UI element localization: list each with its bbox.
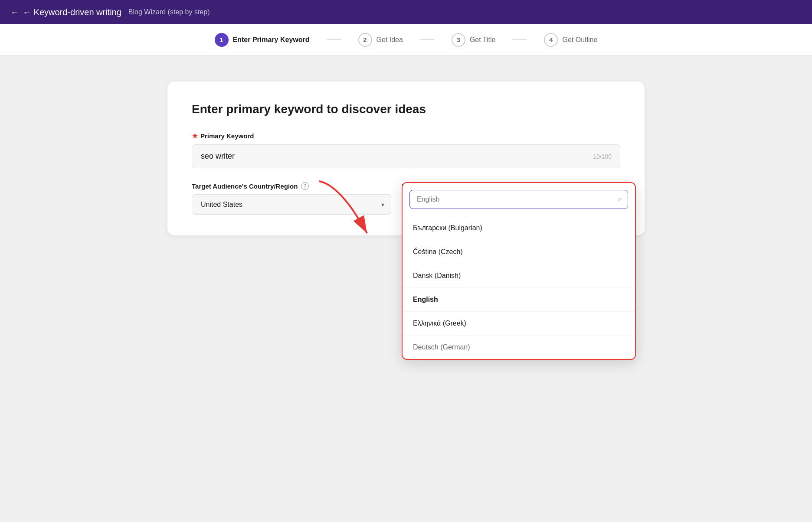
wizard-subtitle: Blog Wizard (step by step) <box>128 8 210 16</box>
language-item-greek[interactable]: Ελληνικά (Greek) <box>403 312 635 336</box>
step-4-label: Get Outline <box>562 36 597 44</box>
country-section: Target Audience's Country/Region ? Unite… <box>192 182 391 215</box>
top-bar: ← ← Keyword-driven writing Blog Wizard (… <box>0 0 812 24</box>
steps-bar: 1 Enter Primary Keyword 2 Get Idea 3 Get… <box>0 24 812 55</box>
search-icon: ⌕ <box>618 195 622 203</box>
step-2-num: 2 <box>358 33 372 47</box>
back-arrow-icon: ← <box>10 7 19 17</box>
main-content: Enter primary keyword to discover ideas … <box>0 55 812 261</box>
language-item-czech[interactable]: Čeština (Czech) <box>403 240 635 264</box>
required-star: ★ <box>192 132 198 140</box>
country-label: Target Audience's Country/Region ? <box>192 182 391 190</box>
back-button[interactable]: ← ← Keyword-driven writing <box>10 7 121 17</box>
step-2[interactable]: 2 Get Idea <box>358 33 403 47</box>
language-item-german[interactable]: Deutsch (German) <box>403 336 635 359</box>
step-1-num: 1 <box>215 33 229 47</box>
language-item-danish[interactable]: Dansk (Danish) <box>403 264 635 288</box>
step-4-num: 4 <box>544 33 558 47</box>
card-title: Enter primary keyword to discover ideas <box>192 102 620 116</box>
keyword-count: 10/100 <box>593 153 612 160</box>
language-search-wrapper: ⌕ <box>403 183 635 216</box>
language-list: Български (Bulgarian) Čeština (Czech) Da… <box>403 216 635 359</box>
step-1[interactable]: 1 Enter Primary Keyword <box>215 33 310 47</box>
app-title: ← Keyword-driven writing <box>23 7 121 17</box>
step-divider-3 <box>513 39 527 40</box>
step-3-num: 3 <box>452 33 465 47</box>
step-2-label: Get Idea <box>377 36 403 44</box>
language-section: Language ? ⌕ Български (Bulgarian) Češti… <box>402 182 620 194</box>
step-divider-2 <box>420 39 434 40</box>
language-dropdown[interactable]: ⌕ Български (Bulgarian) Čeština (Czech) … <box>402 182 636 360</box>
language-search-input[interactable] <box>409 190 628 209</box>
step-4[interactable]: 4 Get Outline <box>544 33 597 47</box>
step-1-label: Enter Primary Keyword <box>233 36 310 44</box>
primary-keyword-label: ★ Primary Keyword <box>192 132 620 140</box>
language-item-english[interactable]: English <box>403 288 635 312</box>
country-select-wrapper: United States ▾ <box>192 194 391 215</box>
step-3-label: Get Title <box>470 36 496 44</box>
main-card: Enter primary keyword to discover ideas … <box>167 82 645 235</box>
step-3[interactable]: 3 Get Title <box>452 33 496 47</box>
country-select[interactable]: United States <box>192 194 391 215</box>
keyword-input[interactable] <box>192 144 620 168</box>
keyword-input-wrapper: 10/100 <box>192 144 620 168</box>
country-help-icon[interactable]: ? <box>301 182 309 190</box>
step-divider-1 <box>327 39 341 40</box>
bottom-row: Target Audience's Country/Region ? Unite… <box>192 182 620 215</box>
language-item-bulgarian[interactable]: Български (Bulgarian) <box>403 216 635 240</box>
